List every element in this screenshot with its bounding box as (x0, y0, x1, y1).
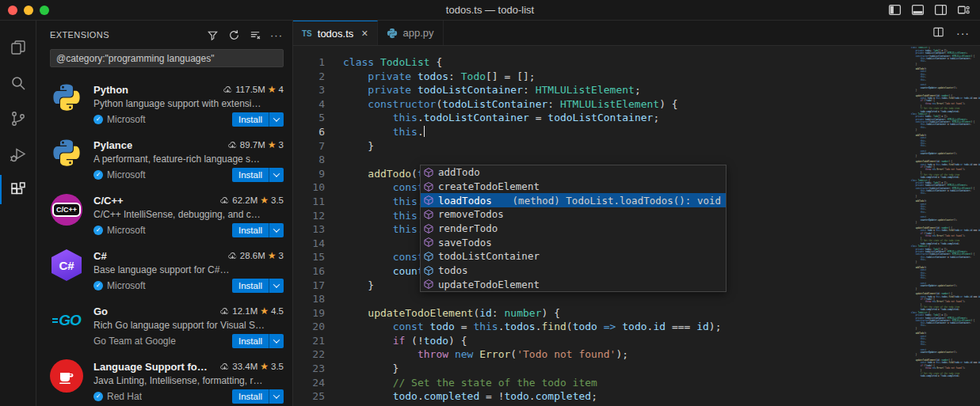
extensions-icon[interactable] (0, 172, 36, 207)
line-number: 2 (293, 70, 325, 84)
sidebar-more-actions-icon[interactable]: ··· (269, 27, 284, 43)
extension-name: Pylance (93, 139, 132, 151)
suggestion-item[interactable]: saveTodos (421, 235, 726, 249)
code-line: 18 (293, 292, 980, 306)
source-control-icon[interactable] (0, 101, 36, 136)
install-button[interactable]: Install (232, 223, 284, 237)
install-dropdown-icon[interactable] (269, 223, 284, 237)
downloads-count: 28.6M (240, 251, 265, 260)
install-dropdown-icon[interactable] (269, 168, 284, 182)
minimap[interactable]: class TodoList { private todos: Todo[] =… (909, 47, 980, 406)
verified-publisher-icon: ✓ (93, 281, 103, 290)
line-number: 5 (293, 111, 325, 125)
extensions-search-box (50, 49, 284, 67)
customize-layout-icon[interactable] (957, 3, 970, 17)
method-kind-icon (423, 181, 434, 192)
rating-star-icon: ★ (268, 250, 276, 261)
suggestion-label: createTodoElement (438, 180, 540, 192)
extensions-list: Python117.5M★4Python language support wi… (36, 76, 292, 406)
suggestion-label: todos (438, 264, 468, 276)
split-editor-icon[interactable] (932, 26, 944, 41)
layout-sidebar-right-icon[interactable] (934, 3, 948, 17)
install-button[interactable]: Install (232, 389, 284, 404)
install-button[interactable]: Install (232, 112, 284, 127)
downloads-cloud-icon (227, 251, 238, 261)
install-dropdown-icon[interactable] (269, 112, 284, 127)
code-editor[interactable]: 1class TodoList {2 private todos: Todo[]… (293, 46, 980, 404)
extensions-search-input[interactable] (51, 50, 283, 66)
install-dropdown-icon[interactable] (269, 389, 284, 404)
install-button[interactable]: Install (232, 168, 284, 182)
extension-logo (50, 359, 83, 393)
search-icon[interactable] (0, 65, 36, 101)
editor-more-actions-icon[interactable]: ··· (956, 27, 970, 40)
tab-app-py[interactable]: app.py (378, 21, 444, 45)
extension-stats: 62.2M★3.5 (215, 195, 284, 206)
extension-name: C/C++ (93, 195, 124, 207)
code-line: 7 } (293, 139, 980, 154)
extension-stats: 28.6M★3 (223, 250, 284, 261)
extension-row[interactable]: C#C#28.6M★3Base language support for C#…… (36, 242, 292, 298)
code-line: 6 this. (293, 125, 980, 139)
downloads-count: 117.5M (235, 85, 265, 94)
install-button-label[interactable]: Install (232, 223, 269, 237)
extension-row[interactable]: Python117.5M★4Python language support wi… (36, 76, 292, 131)
downloads-cloud-icon (219, 306, 230, 317)
install-button[interactable]: Install (232, 334, 284, 348)
line-number: 17 (293, 279, 325, 293)
explorer-icon[interactable] (0, 29, 36, 65)
suggestion-item[interactable]: addTodo (421, 165, 726, 180)
suggestion-item[interactable]: removeTodos (421, 207, 726, 222)
refresh-icon[interactable] (226, 27, 242, 43)
suggestion-item[interactable]: loadTodos(method) TodoList.loadTodos(): … (421, 193, 726, 207)
rating-value: 4.5 (271, 306, 284, 316)
line-number: 22 (293, 347, 325, 362)
minimize-window-button[interactable] (24, 6, 33, 15)
line-number: 11 (293, 195, 325, 209)
suggestion-item[interactable]: updateTodoElement (421, 278, 726, 292)
layout-panel-icon[interactable] (911, 3, 925, 17)
extension-description: Java Linting, Intellisense, formatting, … (93, 374, 284, 389)
install-button-label[interactable]: Install (232, 334, 269, 348)
close-window-button[interactable] (8, 6, 17, 15)
layout-sidebar-left-icon[interactable] (888, 3, 902, 17)
line-number: 23 (293, 362, 325, 376)
close-tab-icon[interactable]: × (361, 27, 368, 40)
publisher-name: Microsoft (107, 169, 146, 180)
line-number: 14 (293, 237, 325, 251)
extension-row[interactable]: Pylance89.7M★3A performant, feature-rich… (36, 131, 292, 187)
verified-publisher-icon: ✓ (93, 392, 103, 401)
rating-star-icon: ★ (268, 139, 276, 150)
install-button[interactable]: Install (232, 279, 284, 293)
clear-search-results-icon[interactable] (247, 27, 263, 43)
rating-star-icon: ★ (260, 305, 269, 317)
extension-row[interactable]: C/C++C/C++62.2M★3.5C/C++ IntelliSense, d… (36, 187, 292, 242)
suggestion-item[interactable]: createTodoElement (421, 180, 726, 194)
maximize-window-button[interactable] (40, 6, 49, 15)
install-button-label[interactable]: Install (232, 389, 269, 404)
line-number: 4 (293, 97, 325, 112)
extension-row[interactable]: Language Support fo…33.4M★3.5Java Lintin… (36, 353, 292, 406)
install-button-label[interactable]: Install (232, 112, 269, 127)
install-button-label[interactable]: Install (232, 279, 269, 293)
run-and-debug-icon[interactable] (0, 136, 36, 172)
filter-icon[interactable] (204, 27, 220, 43)
install-dropdown-icon[interactable] (269, 334, 284, 348)
rating-star-icon: ★ (260, 361, 269, 372)
extension-row[interactable]: GOGo12.1M★4.5Rich Go language support fo… (36, 298, 292, 353)
sidebar-title: EXTENSIONS (50, 30, 204, 40)
downloads-cloud-icon (223, 85, 233, 95)
method-kind-icon (423, 167, 434, 178)
tab-todos-ts[interactable]: TStodos.ts× (293, 21, 378, 45)
line-number: 10 (293, 180, 325, 195)
rating-value: 3.5 (271, 195, 284, 205)
suggestion-label: saveTodos (438, 237, 492, 249)
install-dropdown-icon[interactable] (269, 279, 284, 293)
line-number: 18 (293, 292, 325, 306)
suggestion-item[interactable]: renderTodo (421, 222, 726, 236)
line-number: 20 (293, 320, 325, 334)
suggestion-item[interactable]: todoListContainer (421, 249, 726, 264)
suggestion-item[interactable]: todos (421, 264, 726, 278)
install-button-label[interactable]: Install (232, 168, 269, 182)
editor-group: TStodos.ts×app.py ··· 1class TodoList {2… (293, 21, 980, 406)
